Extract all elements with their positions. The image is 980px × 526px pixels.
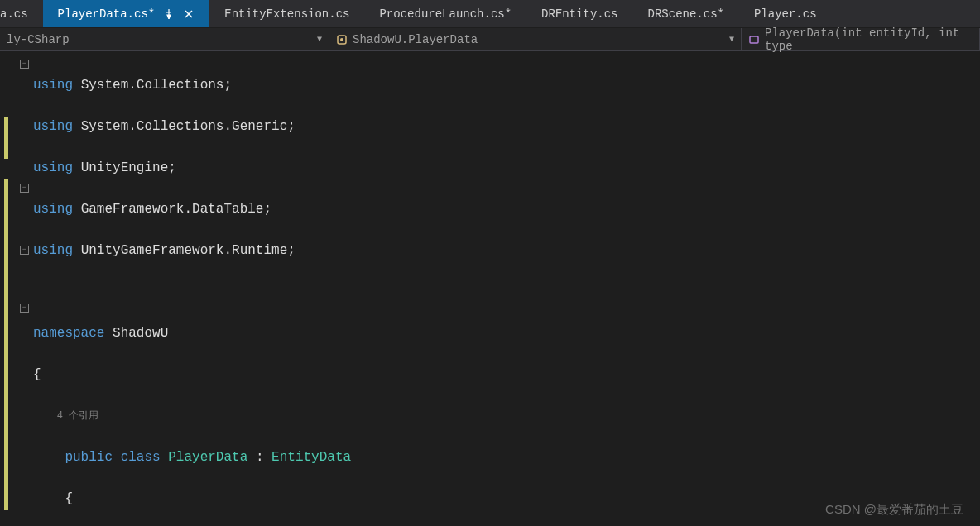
namespace-name: ShadowU (113, 326, 168, 341)
nav-bar: ly-CSharp ▼ ShadowU.PlayerData ▼ PlayerD… (0, 28, 980, 51)
svg-rect-2 (750, 36, 758, 43)
tab-bar: a.cs PlayerData.cs* EntityExtension.cs P… (0, 0, 980, 28)
svg-point-1 (340, 38, 343, 41)
nav-project[interactable]: ly-CSharp ▼ (0, 28, 329, 50)
chevron-down-icon: ▼ (317, 35, 322, 44)
outline-toggle[interactable]: − (20, 246, 29, 255)
outline-toggle[interactable]: − (20, 60, 29, 69)
tab-playerdata[interactable]: PlayerData.cs* (43, 0, 210, 27)
base-class: EntityData (271, 450, 351, 465)
pin-icon[interactable] (163, 8, 175, 20)
class-icon (336, 34, 348, 45)
tab-drscene[interactable]: DRScene.cs* (633, 0, 739, 27)
namespace: System.Collections (81, 78, 224, 93)
tab-label: DRScene.cs* (648, 7, 724, 21)
tab-label: a.cs (0, 7, 28, 21)
chevron-down-icon: ▼ (729, 35, 734, 44)
keyword: using (33, 78, 73, 93)
nav-project-label: ly-CSharp (7, 33, 70, 46)
keyword: using (33, 202, 73, 217)
code-area[interactable]: using System.Collections; using System.C… (31, 51, 980, 526)
tab-label: PlayerData.cs* (58, 7, 156, 21)
namespace: UnityEngine (81, 160, 169, 175)
method-icon (748, 34, 760, 45)
codelens-class-refs[interactable]: 4 个引用 (57, 410, 98, 422)
nav-class-label: ShadowU.PlayerData (353, 33, 478, 46)
gutter (0, 51, 18, 526)
change-indicator (4, 117, 8, 159)
tab-drentity[interactable]: DREntity.cs (526, 0, 632, 27)
namespace: GameFramework.DataTable (81, 202, 264, 217)
tab-label: ProcedureLaunch.cs* (379, 7, 512, 21)
namespace: System.Collections.Generic (81, 119, 288, 134)
keyword: class (121, 450, 161, 465)
tab-procedurelaunch[interactable]: ProcedureLaunch.cs* (364, 0, 526, 27)
nav-method[interactable]: PlayerData(int entityId, int type (742, 28, 980, 50)
keyword: using (33, 119, 73, 134)
tab-entityextension[interactable]: EntityExtension.cs (209, 0, 364, 27)
outline-toggle[interactable]: − (20, 184, 29, 193)
editor: − − − − using System.Collections; using … (0, 51, 980, 526)
tab-partial[interactable]: a.cs (0, 0, 43, 27)
keyword: public (65, 450, 113, 465)
nav-class[interactable]: ShadowU.PlayerData ▼ (329, 28, 742, 50)
class-name: PlayerData (168, 450, 247, 465)
watermark: CSDN @最爱番茄的土豆 (825, 499, 963, 519)
outline-toggle[interactable]: − (20, 304, 29, 313)
change-indicator (4, 179, 8, 510)
tab-player[interactable]: Player.cs (739, 0, 832, 27)
keyword: namespace (33, 326, 104, 341)
tab-label: Player.cs (754, 7, 817, 21)
close-icon[interactable] (183, 8, 195, 20)
tab-label: DREntity.cs (541, 7, 617, 21)
namespace: UnityGameFramework.Runtime (81, 243, 288, 258)
tab-label: EntityExtension.cs (224, 7, 349, 21)
outline-column: − − − − (18, 51, 31, 526)
nav-method-label: PlayerData(int entityId, int type (765, 26, 973, 53)
keyword: using (33, 243, 73, 258)
keyword: using (33, 160, 73, 175)
